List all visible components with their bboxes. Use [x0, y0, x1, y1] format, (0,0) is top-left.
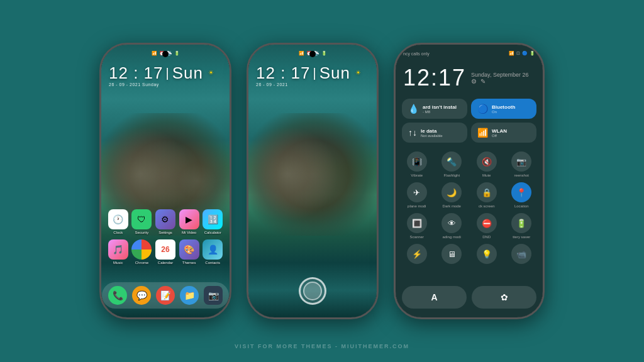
data-tile-icon: ↑↓: [408, 128, 417, 138]
toggle-reading[interactable]: 👁 ading modi: [437, 213, 467, 239]
mute-label: Mute: [482, 173, 491, 177]
toggle-flashlight[interactable]: 🔦 Flashlight: [437, 151, 467, 177]
video-icon: ▶: [179, 209, 199, 229]
chrome-label: Chrome: [135, 261, 148, 265]
tile-data-text: le data Not available: [421, 128, 443, 138]
scanner-icon: 🔳: [407, 213, 427, 233]
lockscreen-icon: 🔒: [477, 182, 497, 202]
screenshot-icon: 📷: [511, 151, 531, 172]
toggle-scanner[interactable]: 🔳 Scanner: [402, 213, 432, 239]
record-icon: 📹: [511, 244, 531, 264]
music-label: Music: [113, 261, 123, 265]
status-sim-icon: 📶: [509, 51, 514, 56]
battery-saver-icon: 🔋: [511, 213, 531, 233]
clock-time-1: 12 : 17 | Sun ☀: [109, 65, 214, 81]
toggle-battery-saver[interactable]: 🔋 ttery saver: [507, 213, 537, 239]
sim-icon-2: 📶: [299, 51, 304, 56]
shortcut-button[interactable]: ✿: [472, 286, 536, 309]
battery-icon: 🔋: [174, 51, 180, 56]
toggle-grid-3: 🔳 Scanner 👁 ading modi ⛔ DND 🔋 ttery sav…: [396, 211, 543, 241]
notification-text: ncy calls only: [403, 52, 430, 56]
lockscreen-label: ck screen: [479, 204, 495, 208]
watermark: VISIT FOR MORE THEMES - MIUITHEMER.COM: [235, 343, 409, 349]
punch-hole-camera-2: [309, 51, 316, 57]
settings-icon: ⚙: [155, 209, 175, 229]
calc-icon: 🔢: [203, 209, 223, 229]
toggle-lockscreen[interactable]: 🔒 ck screen: [472, 182, 502, 208]
clock-widget-1: 12 : 17 | Sun ☀ 26 - 09 - 2021 Sunday: [109, 65, 214, 87]
tile-wlan-title: WLAN: [492, 128, 507, 134]
tile-wlan[interactable]: 📶 WLAN Off: [471, 123, 536, 143]
time-display-1: 12 : 17: [109, 65, 164, 81]
app-chrome[interactable]: Chrome: [131, 239, 152, 265]
location-label: Location: [514, 204, 529, 208]
camera-shutter-button[interactable]: [299, 277, 326, 305]
app-settings[interactable]: ⚙ Settings: [155, 209, 175, 234]
toggle-brightness[interactable]: 💡: [472, 244, 502, 266]
toggle-darkmode[interactable]: 🌙 Dark mode: [437, 182, 467, 208]
tile-bluetooth[interactable]: 🔵 Bluetooth On: [471, 99, 536, 119]
cast-icon: 🖥: [441, 244, 462, 264]
reading-label: ading modi: [443, 235, 461, 239]
dock-notes[interactable]: 📝: [156, 286, 175, 305]
toggle-grid-2: ✈ plane modi 🌙 Dark mode 🔒 ck screen 📍 L…: [396, 180, 543, 211]
tile-sim[interactable]: 💧 ard isn't instal - M8: [402, 99, 467, 119]
security-label: Security: [135, 231, 149, 234]
weather-icon-1: ☀: [208, 70, 214, 76]
control-date-col: Sunday, September 26 ⚙ ✎: [471, 72, 528, 85]
app-video[interactable]: ▶ Mi Video: [179, 209, 199, 234]
toggle-screenshot[interactable]: 📷 reenshot: [507, 151, 537, 177]
tile-bt-title: Bluetooth: [492, 104, 515, 110]
app-calculator[interactable]: 🔢 Calculator: [203, 209, 223, 234]
tile-sim-title: ard isn't instal: [423, 104, 457, 110]
calc-label: Calculator: [204, 231, 221, 234]
dock-camera[interactable]: 📷: [204, 286, 223, 305]
app-clock[interactable]: 🕐 Clock: [108, 209, 128, 234]
control-time: 12:17: [403, 65, 466, 91]
settings-ctrl-icon[interactable]: ⚙: [471, 78, 477, 85]
settings-label: Settings: [158, 231, 172, 234]
video-label: Mi Video: [182, 231, 196, 234]
chrome-icon: [131, 239, 152, 260]
toggle-mute[interactable]: 🔇 Mute: [472, 151, 502, 177]
assistant-button[interactable]: A: [402, 286, 467, 309]
app-themes[interactable]: 🎨 Themes: [179, 239, 199, 265]
toggle-grid-1: 📳 Vibrate 🔦 Flashlight 🔇 Mute 📷 reenshot: [396, 149, 543, 180]
app-music[interactable]: 🎵 Music: [108, 239, 128, 265]
location-icon: 📍: [511, 182, 531, 202]
date-display-1: 26 - 09 - 2021 Sunday: [109, 82, 214, 87]
toggle-cast[interactable]: 🖥: [437, 244, 467, 266]
tile-data-title: le data: [421, 128, 443, 134]
toggle-record[interactable]: 📹: [507, 244, 537, 266]
tile-sim-text: ard isn't instal - M8: [423, 104, 457, 114]
toggle-power[interactable]: ⚡: [402, 244, 432, 266]
control-clock-area: 12:17 Sunday, September 26 ⚙ ✎: [396, 62, 543, 94]
control-status-icons: 📶 ⊡ 🔵 🔋: [509, 51, 535, 56]
tile-bt-sub: On: [492, 110, 515, 114]
clock-label: Clock: [113, 231, 123, 234]
app-grid: 🕐 Clock 🛡 Security ⚙ Settings ▶ Mi Video: [106, 209, 225, 270]
bluetooth-tile-icon: 🔵: [477, 104, 488, 114]
dock-files[interactable]: 📁: [180, 286, 199, 305]
app-calendar[interactable]: 26 Calendar: [155, 239, 175, 265]
quick-tiles: 💧 ard isn't instal - M8 🔵 Bluetooth On ↑…: [396, 95, 543, 146]
mute-icon: 🔇: [477, 151, 497, 172]
themes-label: Themes: [182, 261, 196, 265]
shortcut-icon: ✿: [501, 292, 508, 302]
toggle-airplane[interactable]: ✈ plane modi: [402, 182, 432, 208]
music-icon: 🎵: [108, 239, 128, 260]
edit-ctrl-icon[interactable]: ✎: [480, 78, 486, 85]
flashlight-label: Flashlight: [443, 173, 460, 177]
scanner-label: Scanner: [410, 235, 424, 239]
toggle-location[interactable]: 📍 Location: [507, 182, 537, 208]
toggle-vibrate[interactable]: 📳 Vibrate: [402, 151, 432, 177]
toggle-dnd[interactable]: ⛔ DND: [472, 213, 502, 239]
app-contacts[interactable]: 👤 Contacts: [203, 239, 223, 265]
tile-data[interactable]: ↑↓ le data Not available: [402, 123, 467, 143]
clock-widget-2: 12 : 17 | Sun ☀ 26 - 09 - 2021: [256, 65, 362, 87]
sim-tile-icon: 💧: [408, 104, 419, 114]
app-security[interactable]: 🛡 Security: [131, 209, 152, 234]
date-display-2: 26 - 09 - 2021: [256, 82, 362, 87]
dock-phone[interactable]: 📞: [108, 286, 127, 305]
dock-messages[interactable]: 💬: [132, 286, 151, 305]
